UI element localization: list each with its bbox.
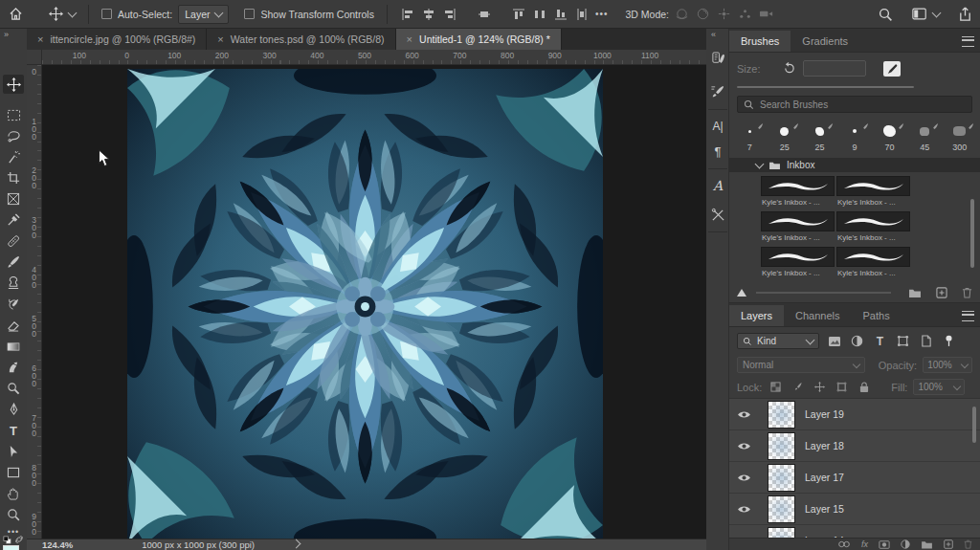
crop-tool[interactable] [3, 168, 24, 187]
3d-orbit-icon[interactable] [675, 7, 690, 22]
layer-list-scrollbar[interactable] [972, 407, 976, 443]
document-tab[interactable]: × Untitled-1 @ 124% (RGB/8) * [396, 29, 562, 50]
brushes-panel-icon[interactable] [708, 82, 727, 101]
distribute-horizontal-center-icon[interactable] [532, 7, 547, 22]
panel-tab[interactable]: Paths [852, 305, 902, 326]
fill-value[interactable]: 100% [913, 379, 965, 395]
zoom-level-field[interactable]: 124.4% [42, 539, 73, 550]
layer-name[interactable]: Layer 17 [805, 472, 844, 483]
character-panel-icon[interactable]: A| [708, 117, 727, 136]
tool-presets-panel-icon[interactable] [708, 205, 727, 224]
brush-search-input[interactable]: Search Brushes [737, 96, 972, 113]
more-options-icon[interactable]: ••• [595, 9, 609, 19]
layer-visibility-eye-icon[interactable] [729, 409, 758, 420]
blend-mode-dropdown[interactable]: Normal [737, 357, 865, 373]
canvas-artwork[interactable] [127, 69, 603, 539]
layer-thumbnail[interactable] [768, 464, 795, 492]
brush-preset[interactable]: 25 [768, 119, 802, 152]
brush-preset[interactable]: 25 [803, 119, 836, 152]
brush-item[interactable]: Kyle's Inkbox - ... [836, 176, 910, 209]
3d-pan-icon[interactable] [717, 7, 732, 22]
canvas-pasteboard[interactable] [42, 65, 706, 539]
brush-preset[interactable]: 300 [943, 119, 976, 152]
vertical-ruler[interactable]: 0100200300400500600700800900 [27, 65, 42, 539]
frame-tool[interactable] [3, 189, 24, 209]
lock-position-icon[interactable] [812, 380, 828, 394]
3d-camera-icon[interactable] [759, 7, 774, 22]
healing-brush-tool[interactable] [3, 231, 24, 251]
auto-select-checkbox[interactable] [101, 9, 112, 19]
layer-visibility-eye-icon[interactable] [729, 441, 758, 451]
auto-select-target-dropdown[interactable]: Layer [178, 5, 229, 24]
panel-tab[interactable]: Gradients [791, 31, 859, 52]
foreground-color-swatch[interactable] [3, 545, 19, 550]
default-colors-icon[interactable] [3, 536, 11, 544]
lock-all-icon[interactable] [856, 380, 872, 394]
layer-thumbnail[interactable] [768, 495, 795, 523]
workspace-switcher-icon[interactable] [912, 7, 927, 22]
path-selection-tool[interactable] [3, 442, 24, 461]
new-group-icon[interactable] [921, 540, 933, 549]
brush-preview-toggle[interactable] [883, 61, 901, 77]
status-chevron-icon[interactable] [292, 539, 301, 548]
history-brush-tool[interactable] [3, 295, 24, 314]
close-icon[interactable]: × [407, 33, 412, 45]
layer-name[interactable]: Layer 19 [805, 408, 844, 420]
show-transform-checkbox[interactable] [244, 9, 255, 19]
reset-size-icon[interactable] [783, 62, 795, 75]
home-icon[interactable] [8, 7, 23, 22]
delete-brush-icon[interactable] [962, 287, 972, 298]
layer-thumbnail[interactable] [768, 401, 795, 429]
filter-type-layers-icon[interactable]: T [872, 334, 888, 348]
close-icon[interactable]: × [37, 33, 43, 45]
brush-preset[interactable]: 70 [873, 119, 906, 152]
distribute-bottom-icon[interactable] [553, 7, 568, 22]
filter-shape-layers-icon[interactable] [895, 334, 911, 348]
lasso-tool[interactable] [3, 126, 24, 145]
filter-adjustment-layers-icon[interactable] [849, 334, 865, 348]
panel-tab[interactable]: Brushes [729, 31, 791, 52]
brush-item[interactable]: Kyle's Inkbox - ... [836, 211, 910, 245]
layer-row[interactable]: Layer 17 [729, 462, 980, 494]
brush-settings-panel-icon[interactable] [708, 50, 727, 69]
zoom-tool[interactable] [3, 505, 24, 524]
opacity-value[interactable]: 100% [923, 357, 972, 373]
ruler-origin-corner[interactable] [27, 50, 42, 65]
magic-wand-tool[interactable] [3, 147, 24, 166]
align-center-horizontal-icon[interactable] [477, 7, 492, 22]
size-input[interactable] [803, 60, 866, 77]
size-slider-handle-icon[interactable] [737, 289, 746, 297]
filter-pixel-layers-icon[interactable] [826, 334, 842, 348]
hand-tool[interactable] [3, 484, 24, 503]
eraser-tool[interactable] [3, 316, 24, 335]
panel-collapse-icon[interactable]: « [711, 30, 716, 39]
brush-folder-row[interactable]: Inkbox [729, 158, 980, 172]
distribute-top-icon[interactable] [511, 7, 526, 22]
toolbar-collapse-icon[interactable]: » [4, 30, 9, 39]
brush-item[interactable]: Kyle's Inkbox - ... [761, 211, 835, 245]
link-layers-icon[interactable] [837, 540, 851, 548]
tool-preset-chevron-icon[interactable] [68, 8, 78, 17]
add-layer-mask-icon[interactable] [879, 540, 890, 549]
distribute-vertical-icon[interactable] [574, 7, 590, 22]
move-tool-options-icon[interactable] [48, 7, 63, 22]
new-adjustment-layer-icon[interactable] [901, 539, 910, 549]
search-icon[interactable] [878, 7, 893, 22]
lock-artboard-icon[interactable] [834, 380, 850, 394]
lock-transparency-icon[interactable] [768, 380, 784, 394]
delete-layer-icon[interactable] [964, 539, 972, 549]
layer-row[interactable]: Layer 15 [729, 494, 980, 525]
layer-name[interactable]: Layer 18 [805, 440, 844, 451]
layer-filter-dropdown[interactable]: Kind [737, 333, 819, 349]
new-layer-icon[interactable] [944, 539, 953, 549]
document-tab[interactable]: × Water tones.psd @ 100% (RGB/8) [207, 29, 395, 50]
layer-row[interactable]: Layer 18 [729, 430, 980, 462]
marquee-tool[interactable] [3, 105, 24, 124]
layer-style-fx-icon[interactable]: fx [861, 539, 868, 549]
align-right-icon[interactable] [442, 7, 457, 22]
panel-tab[interactable]: Channels [784, 305, 851, 326]
filter-smart-objects-icon[interactable] [918, 334, 934, 348]
pen-tool[interactable] [3, 400, 24, 419]
align-left-icon[interactable] [400, 7, 415, 22]
align-center-vertical-icon[interactable] [421, 7, 436, 22]
